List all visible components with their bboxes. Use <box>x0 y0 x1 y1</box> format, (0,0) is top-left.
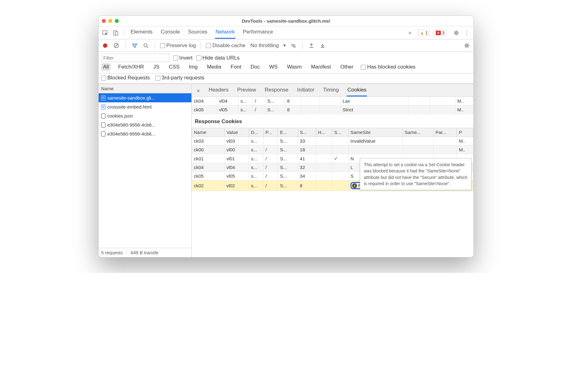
request-row[interactable]: cookies.json <box>99 111 191 120</box>
separator <box>124 29 124 36</box>
col-header[interactable]: S... <box>332 128 348 137</box>
detail-tab-headers[interactable]: Headers <box>208 85 229 96</box>
main-tab-performance[interactable]: Performance <box>242 27 274 39</box>
filter-chip-all[interactable]: All <box>101 63 111 71</box>
cell: vl05 <box>217 105 238 114</box>
blocked-requests-checkbox[interactable]: Blocked Requests <box>101 75 150 81</box>
device-icon[interactable] <box>112 29 120 37</box>
detail-tab-response[interactable]: Response <box>264 85 289 96</box>
filter-icon[interactable] <box>131 42 139 50</box>
preserve-log-checkbox[interactable]: Preserve log <box>160 42 196 49</box>
filter-chip-img[interactable]: Img <box>187 63 199 71</box>
hide-data-urls-checkbox[interactable]: Hide data URLs <box>196 55 240 61</box>
wifi-icon[interactable] <box>289 42 297 50</box>
cell: 34 <box>298 172 316 180</box>
col-header[interactable]: SameSite <box>348 128 403 137</box>
filter-chip-font[interactable]: Font <box>229 63 243 71</box>
disable-cache-checkbox[interactable]: Disable cache <box>206 42 245 49</box>
cell: vl01 <box>224 154 249 163</box>
invert-checkbox[interactable]: Invert <box>173 55 193 61</box>
close-detail-icon[interactable]: × <box>195 88 202 94</box>
col-header[interactable]: H... <box>316 128 332 137</box>
record-icon[interactable] <box>101 42 109 50</box>
detail-tabs: × HeadersPreviewResponseInitiatorTimingC… <box>192 84 473 97</box>
gear-icon[interactable] <box>463 42 471 50</box>
main-tab-elements[interactable]: Elements <box>130 27 153 39</box>
zoom-icon[interactable] <box>115 19 119 23</box>
cell: ck01 <box>192 154 225 163</box>
kebab-icon[interactable]: ⋮ <box>463 29 471 37</box>
col-header[interactable]: Value <box>224 128 249 137</box>
detail-tab-preview[interactable]: Preview <box>237 85 257 96</box>
cell <box>301 97 319 105</box>
request-row[interactable]: crosssite-embed.html <box>99 102 191 111</box>
col-header[interactable]: S... <box>298 128 316 137</box>
filter-row: Invert Hide data URLs <box>99 52 473 63</box>
cell: ✓ <box>332 154 348 163</box>
file-icon <box>101 114 105 118</box>
filter-chip-doc[interactable]: Doc <box>249 63 262 71</box>
network-subbar: Preserve log Disable cache No throttling… <box>99 39 473 52</box>
filter-row-3: Blocked Requests 3rd-party requests <box>99 74 473 84</box>
more-tabs-icon[interactable]: » <box>406 29 414 37</box>
filter-chip-js[interactable]: JS <box>151 63 161 71</box>
upload-icon[interactable] <box>307 42 315 50</box>
inspect-icon[interactable] <box>101 29 109 37</box>
detail-tab-timing[interactable]: Timing <box>323 85 339 96</box>
filter-input[interactable] <box>101 54 169 62</box>
main-tab-console[interactable]: Console <box>160 27 181 39</box>
name-column-header[interactable]: Name <box>99 84 191 93</box>
search-icon[interactable] <box>142 42 150 50</box>
cookie-row[interactable]: ck04vl04s.../S...8LaxM.. <box>192 97 473 105</box>
col-header[interactable]: E... <box>278 128 298 137</box>
filter-chip-other[interactable]: Other <box>338 63 355 71</box>
filter-chip-media[interactable]: Media <box>205 63 223 71</box>
detail-tab-cookies[interactable]: Cookies <box>347 85 367 96</box>
cookie-row[interactable]: ck05vl05s.../S...8StrictM.. <box>192 105 473 114</box>
cell: S... <box>278 145 298 154</box>
traffic-lights <box>102 19 119 23</box>
request-list: samesite-sandbox.gli...crosssite-embed.h… <box>99 93 191 248</box>
filter-chip-fetch-xhr[interactable]: Fetch/XHR <box>116 63 146 71</box>
filter-chip-manifest[interactable]: Manifest <box>309 63 333 71</box>
cell: S... <box>278 137 298 145</box>
col-header[interactable]: Par... <box>433 128 457 137</box>
filter-chip-css[interactable]: CSS <box>167 63 181 71</box>
error-badge[interactable]: ✕3 <box>434 30 447 36</box>
cookie-row[interactable]: ck03vl03s...S...33InvalidValueM.. <box>192 137 473 145</box>
close-icon[interactable] <box>102 19 106 23</box>
main-tab-sources[interactable]: Sources <box>187 27 208 39</box>
third-party-checkbox[interactable]: 3rd-party requests <box>155 75 204 81</box>
request-row[interactable]: samesite-sandbox.gli... <box>99 93 191 102</box>
warning-badge[interactable]: ▲1 <box>418 30 430 36</box>
window-title: DevTools - samesite-sandbox.glitch.me/ <box>99 18 473 24</box>
request-row[interactable]: e304e580-9956-4cb6... <box>99 120 191 129</box>
throttling-select[interactable]: No throttling▾ <box>250 42 286 49</box>
cell <box>332 172 348 180</box>
request-name: samesite-sandbox.gli... <box>107 95 155 100</box>
download-icon[interactable] <box>319 42 327 50</box>
has-blocked-checkbox[interactable]: Has blocked cookies <box>361 64 415 70</box>
clear-icon[interactable] <box>112 42 120 50</box>
cell: M.. <box>455 105 473 114</box>
minimize-icon[interactable] <box>108 19 112 23</box>
col-header[interactable]: P... <box>263 128 278 137</box>
request-row[interactable]: e304e580-9956-4cb6... <box>99 129 191 138</box>
svg-point-8 <box>294 46 295 47</box>
cell <box>409 97 430 105</box>
cell: vl02 <box>224 180 249 191</box>
col-header[interactable]: Name <box>192 128 225 137</box>
svg-rect-2 <box>115 32 118 35</box>
col-header[interactable]: Same... <box>403 128 433 137</box>
filter-chip-wasm[interactable]: Wasm <box>285 63 304 71</box>
detail-tab-initiator[interactable]: Initiator <box>297 85 315 96</box>
main-tab-network[interactable]: Network <box>215 27 235 39</box>
filter-chip-ws[interactable]: WS <box>267 63 279 71</box>
gear-icon[interactable] <box>452 29 460 37</box>
cookie-row[interactable]: ck00vl00s.../S...18M.. <box>192 145 473 154</box>
cell <box>430 105 455 114</box>
main-toolbar: ElementsConsoleSourcesNetworkPerformance… <box>99 26 473 39</box>
col-header[interactable]: P <box>457 128 473 137</box>
cell <box>403 145 433 154</box>
col-header[interactable]: D... <box>249 128 264 137</box>
